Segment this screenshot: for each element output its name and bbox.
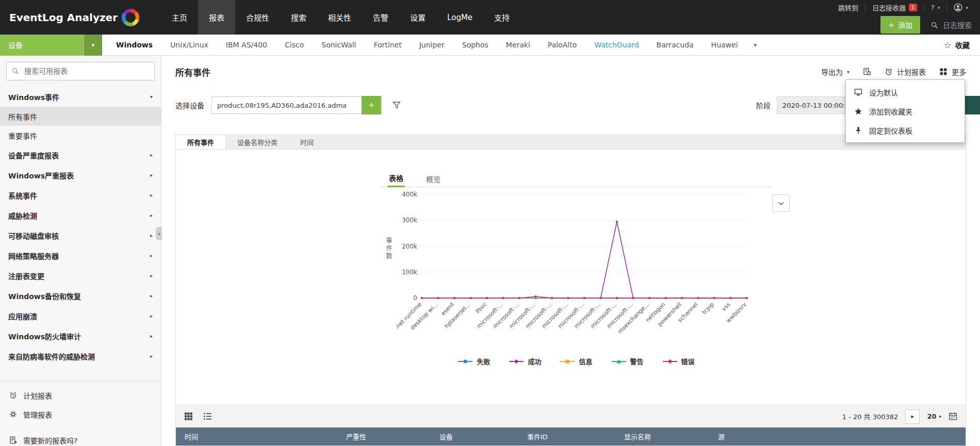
sidebar-group[interactable]: Windows事件▾ — [0, 87, 161, 107]
device-tab[interactable]: IBM AS/400 — [217, 41, 276, 49]
device-tab[interactable]: WatchGuard — [585, 41, 647, 49]
user-menu-button[interactable]: ▾ — [946, 3, 975, 12]
legend-item[interactable]: 警告 — [611, 356, 644, 366]
sidebar-group[interactable]: 系统事件▸ — [0, 185, 161, 205]
sidebar-collapse-handle[interactable]: ◂ — [156, 227, 162, 240]
legend-item[interactable]: 错误 — [662, 356, 695, 366]
display-icon — [854, 88, 862, 96]
svg-text:200k: 200k — [402, 243, 417, 250]
add-device-button[interactable]: + — [362, 96, 381, 114]
jump-to-link[interactable]: 跳转到 — [831, 3, 865, 12]
device-tab[interactable]: SonicWall — [313, 41, 365, 49]
notification-badge[interactable]: 1 — [909, 4, 917, 11]
log-search-button[interactable]: 日志搜索 — [930, 20, 972, 30]
sidebar-group[interactable]: 网络策略服务器▸ — [0, 245, 161, 266]
table-calendar-icon[interactable] — [949, 412, 957, 421]
sidebar-group[interactable]: 设备严重度报表▸ — [0, 145, 161, 165]
device-tab[interactable]: Unix/Linux — [161, 41, 217, 49]
chart-mode-tab[interactable]: 概览 — [424, 170, 442, 187]
device-select-input[interactable] — [211, 96, 362, 114]
report-view-tab[interactable]: 所有事件 — [176, 135, 226, 149]
nav-item[interactable]: 支持 — [483, 0, 520, 35]
device-tab[interactable]: Meraki — [497, 41, 539, 49]
sidebar-footer-item[interactable]: 管理报表 — [0, 405, 161, 424]
more-menu-label: 设为默认 — [869, 87, 898, 97]
device-tab[interactable]: PaloAlto — [539, 41, 585, 49]
nav-item[interactable]: 报表 — [198, 0, 235, 35]
next-page-button[interactable]: ▸ — [905, 409, 920, 424]
add-button[interactable]: + 添加 — [880, 16, 920, 34]
reports-sidebar: Windows事件▾所有事件重要事件设备严重度报表▸Windows严重报表▸系统… — [0, 56, 161, 446]
column-header[interactable]: 设备 — [431, 432, 518, 441]
nav-item[interactable]: 合规性 — [235, 0, 280, 35]
report-view-tab[interactable]: 时间 — [289, 135, 325, 149]
column-header[interactable]: 时间 — [176, 432, 337, 441]
column-header[interactable]: 严重性 — [337, 432, 431, 441]
device-tab[interactable]: Cisco — [276, 41, 313, 49]
sidebar-group-label: 应用崩溃 — [8, 311, 150, 321]
legend-item[interactable]: 成功 — [509, 356, 541, 366]
sidebar-group[interactable]: Windows备份和恢复▸ — [0, 286, 161, 306]
sidebar-group[interactable]: Windows防火墙审计▸ — [0, 326, 161, 346]
nav-item[interactable]: 搜索 — [280, 0, 317, 35]
nav-item[interactable]: 主页 — [161, 0, 198, 35]
collapse-chart-button[interactable] — [772, 194, 790, 212]
more-menu-item[interactable]: 设为默认 — [846, 82, 965, 102]
sidebar-footer-item[interactable]: 需要新的报表吗? — [0, 431, 161, 446]
legend-item[interactable]: 信息 — [560, 356, 592, 366]
report-view-tab[interactable]: 设备名称分类 — [226, 135, 289, 149]
sidebar-group[interactable]: 应用崩溃▸ — [0, 306, 161, 326]
app-logo[interactable]: EventLog Analyzer — [0, 0, 148, 35]
more-menu-item[interactable]: 添加到收藏夹 — [846, 102, 965, 121]
device-tab[interactable]: Windows — [107, 41, 161, 49]
more-menu-item[interactable]: 固定到仪表板 — [846, 121, 965, 140]
column-header[interactable]: 事件ID — [518, 432, 615, 441]
events-line-chart[interactable]: 0100k200k300k400k.net runtimedesktop wi.… — [380, 187, 772, 342]
caret-down-icon: ▾ — [939, 414, 941, 419]
device-tab[interactable]: Juniper — [411, 41, 453, 49]
chart-mode-tab[interactable]: 表格 — [387, 170, 405, 187]
more-button[interactable]: 更多 — [939, 67, 966, 77]
more-grid-icon — [939, 68, 948, 76]
device-category-dropdown[interactable]: 设备 ▾ — [0, 35, 102, 56]
legend-item[interactable]: 失败 — [458, 356, 490, 366]
sidebar-footer-item[interactable]: 计划报表 — [0, 386, 161, 405]
sidebar-item[interactable]: 所有事件 — [0, 107, 161, 126]
sidebar-group[interactable]: 威胁检测▸ — [0, 205, 161, 225]
list-view-icon[interactable] — [203, 412, 212, 421]
device-tab[interactable]: Barracuda — [648, 41, 703, 49]
favorites-button[interactable]: ☆ 收藏 — [944, 40, 980, 50]
report-search — [6, 62, 155, 80]
sidebar-footer-label: 需要新的报表吗? — [23, 435, 77, 445]
device-tab[interactable]: Sophos — [453, 41, 497, 49]
sidebar-group[interactable]: 来自防病毒软件的威胁检测▸ — [0, 346, 161, 366]
chart-block: 表格概览 事件数 0100k200k300k400k.net runtimede… — [380, 150, 772, 366]
sidebar-item[interactable]: 重要事件 — [0, 126, 161, 145]
column-header[interactable]: 显示名称 — [615, 432, 709, 441]
caret-down-icon: ▾ — [938, 5, 940, 10]
schedule-report-button[interactable]: 计划报表 — [885, 67, 926, 77]
export-as-button[interactable]: 导出为 ▾ — [821, 67, 850, 77]
filter-icon[interactable] — [393, 101, 401, 109]
report-search-input[interactable] — [6, 62, 155, 80]
sidebar-group[interactable]: Windows严重报表▸ — [0, 165, 161, 185]
sidebar-footer-label: 管理报表 — [23, 409, 52, 420]
report-history-button[interactable] — [863, 68, 871, 76]
sidebar-group[interactable]: 注册表变更▸ — [0, 266, 161, 286]
nav-item[interactable]: LogMe — [436, 0, 483, 35]
nav-item[interactable]: 告警 — [362, 0, 399, 35]
grid-view-icon[interactable] — [184, 412, 193, 421]
device-tabs-more-button[interactable]: ▾ — [747, 42, 764, 48]
column-header[interactable]: 源 — [709, 432, 966, 441]
device-tab[interactable]: Fortinet — [365, 41, 410, 49]
device-tab[interactable]: Huawei — [703, 41, 747, 49]
arrow-left-icon: ◂ — [158, 232, 160, 236]
chevron-right-icon: ▸ — [150, 172, 153, 178]
events-table-header: 时间严重性设备事件ID显示名称源 — [176, 427, 966, 445]
log-receiver-link[interactable]: 日志接收器 1 — [865, 3, 924, 12]
sidebar-group[interactable]: 可移动磁盘审核▸ — [0, 225, 161, 245]
help-button[interactable]: ?▾ — [924, 3, 946, 12]
nav-item[interactable]: 相关性 — [317, 0, 362, 35]
page-size-select[interactable]: 20 ▾ — [927, 412, 941, 420]
nav-item[interactable]: 设置 — [399, 0, 436, 35]
